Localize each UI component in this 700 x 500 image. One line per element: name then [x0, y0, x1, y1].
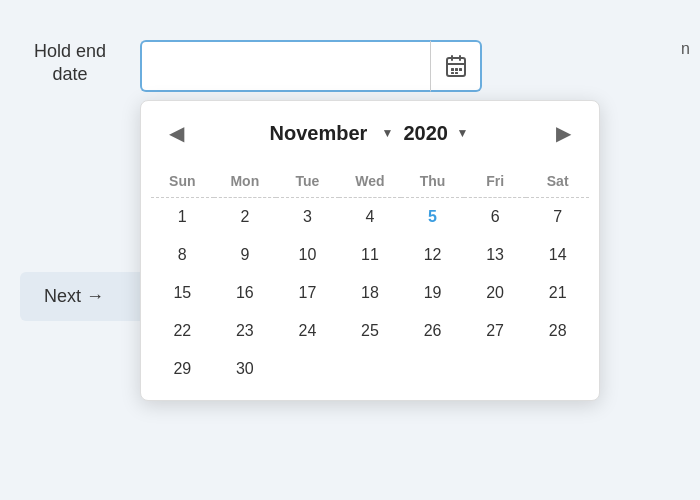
calendar-toggle-button[interactable]: [430, 40, 482, 92]
calendar-week-row: 2930: [151, 350, 589, 388]
weekday-header: Sun: [151, 165, 214, 198]
calendar-day[interactable]: 25: [339, 312, 402, 350]
calendar-day[interactable]: 22: [151, 312, 214, 350]
calendar-week-row: 1234567: [151, 198, 589, 237]
weekday-header: Wed: [339, 165, 402, 198]
svg-rect-5: [455, 68, 458, 71]
calendar-week-row: 891011121314: [151, 236, 589, 274]
year-select[interactable]: 20182019202020212022: [404, 122, 471, 144]
calendar-day[interactable]: 7: [526, 198, 589, 237]
field-label: Hold end date: [20, 40, 120, 87]
calendar-day[interactable]: 30: [214, 350, 277, 388]
calendar-day[interactable]: 27: [464, 312, 527, 350]
calendar-table-wrapper: SunMonTueWedThuFriSat 123456789101112131…: [141, 165, 599, 388]
calendar-day[interactable]: 18: [339, 274, 402, 312]
calendar-header: ◀ JanuaryFebruaryMarchAprilMayJuneJulyAu…: [141, 101, 599, 165]
calendar-day[interactable]: 10: [276, 236, 339, 274]
calendar-popup: ◀ JanuaryFebruaryMarchAprilMayJuneJulyAu…: [140, 100, 600, 401]
calendar-day: [464, 350, 527, 388]
calendar-day[interactable]: 19: [401, 274, 464, 312]
calendar-day[interactable]: 2: [214, 198, 277, 237]
calendar-day[interactable]: 23: [214, 312, 277, 350]
calendar-day[interactable]: 26: [401, 312, 464, 350]
weekday-row: SunMonTueWedThuFriSat: [151, 165, 589, 198]
calendar-day: [339, 350, 402, 388]
calendar-icon: [444, 54, 468, 78]
year-select-wrapper: 20182019202020212022 ▼: [404, 122, 471, 144]
calendar-day[interactable]: 20: [464, 274, 527, 312]
calendar-day[interactable]: 24: [276, 312, 339, 350]
calendar-day[interactable]: 4: [339, 198, 402, 237]
svg-rect-6: [459, 68, 462, 71]
next-button[interactable]: Next →: [20, 272, 160, 321]
calendar-week-row: 15161718192021: [151, 274, 589, 312]
weekday-header: Tue: [276, 165, 339, 198]
calendar-week-row: 22232425262728: [151, 312, 589, 350]
calendar-day[interactable]: 5: [401, 198, 464, 237]
calendar-day: [401, 350, 464, 388]
calendar-day[interactable]: 9: [214, 236, 277, 274]
date-input-area: ◀ JanuaryFebruaryMarchAprilMayJuneJulyAu…: [140, 40, 482, 92]
calendar-day[interactable]: 29: [151, 350, 214, 388]
left-section: Hold end date: [20, 40, 482, 321]
calendar-day[interactable]: 12: [401, 236, 464, 274]
calendar-day[interactable]: 3: [276, 198, 339, 237]
calendar-day[interactable]: 28: [526, 312, 589, 350]
calendar-day[interactable]: 6: [464, 198, 527, 237]
calendar-day: [276, 350, 339, 388]
calendar-day[interactable]: 17: [276, 274, 339, 312]
page-wrapper: Hold end date: [0, 0, 700, 500]
calendar-weekdays: SunMonTueWedThuFriSat: [151, 165, 589, 198]
calendar-day: [526, 350, 589, 388]
date-input[interactable]: [140, 40, 430, 92]
calendar-day[interactable]: 16: [214, 274, 277, 312]
prev-month-button[interactable]: ◀: [161, 117, 192, 149]
calendar-day[interactable]: 21: [526, 274, 589, 312]
month-year-selects: JanuaryFebruaryMarchAprilMayJuneJulyAugu…: [270, 122, 471, 144]
next-month-button[interactable]: ▶: [548, 117, 579, 149]
svg-rect-8: [455, 72, 458, 74]
weekday-header: Sat: [526, 165, 589, 198]
svg-rect-7: [451, 72, 454, 74]
right-label: n: [681, 40, 690, 58]
calendar-day[interactable]: 15: [151, 274, 214, 312]
svg-rect-4: [451, 68, 454, 71]
calendar-day[interactable]: 8: [151, 236, 214, 274]
weekday-header: Thu: [401, 165, 464, 198]
calendar-grid: SunMonTueWedThuFriSat 123456789101112131…: [151, 165, 589, 388]
input-row: [140, 40, 482, 92]
weekday-header: Fri: [464, 165, 527, 198]
calendar-body: 1234567891011121314151617181920212223242…: [151, 198, 589, 389]
calendar-day[interactable]: 1: [151, 198, 214, 237]
month-select[interactable]: JanuaryFebruaryMarchAprilMayJuneJulyAugu…: [270, 122, 396, 144]
month-select-wrapper: JanuaryFebruaryMarchAprilMayJuneJulyAugu…: [270, 122, 396, 144]
calendar-day[interactable]: 11: [339, 236, 402, 274]
calendar-day[interactable]: 13: [464, 236, 527, 274]
calendar-day[interactable]: 14: [526, 236, 589, 274]
weekday-header: Mon: [214, 165, 277, 198]
